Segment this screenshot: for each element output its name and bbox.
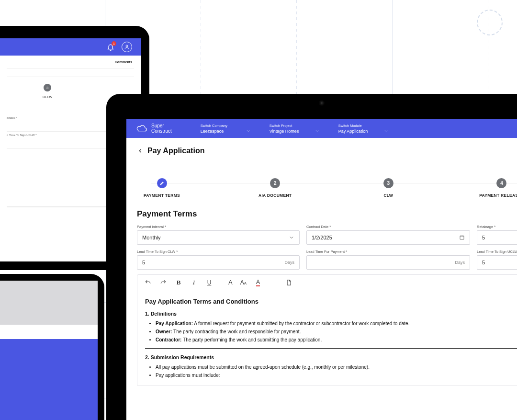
step-aia-document[interactable]: 2 AIA DOCUMENT [251, 178, 299, 198]
camera-dot [320, 101, 324, 105]
device-frame-2 [0, 274, 104, 420]
lead-uclw-label: Lead Time To Sign UCLW * [477, 250, 517, 254]
brand-name-2: Construct [151, 128, 172, 134]
step-num-3: 3 [383, 178, 393, 188]
device-frame-3: Super Construct Switch Company Leezaspac… [106, 94, 517, 420]
d1-step-label: UCLW [43, 95, 52, 99]
underline-icon[interactable]: U [205, 279, 213, 286]
tc-h-submission: 2. Submission Requirements [145, 354, 517, 360]
lead-clw-label: Lead Time To Sign CLW * [137, 250, 300, 254]
bold-icon[interactable]: B [175, 279, 182, 286]
switch-company-value: Leezaspace [201, 129, 224, 134]
retainage-label: Retainage * [477, 225, 517, 229]
calendar-icon [459, 235, 465, 240]
switch-project-label: Switch Project [270, 124, 322, 128]
switch-project-value: Vintage Homes [270, 129, 299, 134]
switch-project[interactable]: Switch Project Vintage Homes [270, 124, 322, 134]
section-title: Payment Terms [137, 209, 517, 219]
comments-tab[interactable]: Comments [7, 56, 134, 69]
list-item: Pay Application: A formal request for pa… [156, 320, 517, 327]
step-label-1: PAYMENT TERMS [144, 193, 180, 198]
retainage-input[interactable]: 5 [477, 230, 517, 245]
payment-interval-label: Payment interval * [137, 225, 300, 229]
field-lead-uclw: Lead Time To Sign UCLW * 5 [477, 250, 517, 270]
pencil-icon [159, 181, 165, 186]
step-payment-terms[interactable]: PAYMENT TERMS [138, 178, 186, 198]
tc-title: Pay Application Terms and Conditions [145, 298, 517, 305]
notification-badge: 1 [112, 41, 116, 46]
chevron-down-icon [246, 129, 250, 133]
field-lead-clw: Lead Time To Sign CLW * 5 Days [137, 250, 300, 270]
tc-definitions-list: Pay Application: A formal request for pa… [145, 320, 517, 343]
lead-payment-input[interactable]: Days [306, 255, 470, 270]
d2-panel-mid [0, 325, 98, 339]
chevron-down-icon [384, 129, 388, 133]
decorative-circle [477, 10, 503, 35]
step-label-3: CLW [383, 193, 393, 198]
step-clw[interactable]: 3 CLW [364, 178, 412, 198]
svg-point-0 [126, 45, 128, 47]
editor-content[interactable]: Pay Application Terms and Conditions 1. … [137, 290, 517, 386]
list-item: Owner: The party contracting the work an… [156, 329, 517, 335]
svg-rect-1 [460, 236, 464, 240]
step-label-2: AIA DOCUMENT [258, 193, 292, 198]
notification-bell-icon[interactable]: 1 [106, 43, 115, 51]
switch-module[interactable]: Switch Module Pay Application [338, 124, 391, 134]
field-retainage: Retainage * 5 [477, 225, 517, 245]
switch-module-value: Pay Application [338, 129, 368, 134]
d1-step-3: 3 UCLW [35, 84, 59, 99]
step-label-4: PAYMENT RELEASED [479, 193, 517, 198]
lead-clw-input[interactable]: 5 Days [137, 255, 300, 270]
switch-company[interactable]: Switch Company Leezaspace [201, 124, 253, 134]
switch-company-label: Switch Company [201, 124, 253, 128]
contract-date-input[interactable]: 1/2/2025 [306, 230, 470, 245]
payment-interval-select[interactable]: Monthly [137, 230, 300, 245]
field-payment-interval: Payment interval * Monthly [137, 225, 300, 245]
d2-panel-bottom [0, 339, 98, 420]
stepper: PAYMENT TERMS 2 AIA DOCUMENT 3 CLW 4 PAY… [137, 178, 517, 198]
divider [145, 348, 517, 349]
document-icon[interactable] [285, 279, 292, 286]
lead-uclw-input[interactable]: 5 [477, 255, 517, 270]
contract-date-label: Contract Date * [306, 225, 470, 229]
step-num-4: 4 [496, 178, 506, 188]
editor-toolbar: B I U A AA A 123 [137, 275, 517, 290]
switch-module-label: Switch Module [338, 124, 391, 128]
list-item: All pay applications must be submitted o… [156, 364, 517, 371]
avatar-icon[interactable] [122, 42, 132, 52]
step-payment-released[interactable]: 4 PAYMENT RELEASED [478, 178, 517, 198]
italic-icon[interactable]: I [190, 279, 198, 286]
rich-text-editor: B I U A AA A 123 Pay Application Terms a… [137, 274, 517, 386]
d1-header-bar: 1 [0, 38, 141, 56]
list-item: Pay applications must include: [156, 372, 517, 379]
field-lead-payment: Lead Time For Payment * Days [306, 250, 470, 270]
page-title: Pay Application [147, 147, 204, 155]
font-family-icon[interactable]: A [228, 279, 233, 286]
chevron-down-icon [289, 235, 294, 240]
chevron-left-icon[interactable] [137, 148, 144, 154]
brand-logo[interactable]: Super Construct [135, 123, 172, 134]
brand-name-1: Super [151, 123, 172, 128]
d1-step-number: 3 [44, 84, 51, 91]
font-size-icon[interactable]: AA [240, 279, 247, 286]
tc-h-definitions: 1. Definitions [145, 311, 517, 317]
step-num-2: 2 [270, 178, 280, 188]
app-header: Super Construct Switch Company Leezaspac… [126, 119, 517, 138]
lead-payment-suffix: Days [455, 260, 465, 265]
payment-interval-value: Monthly [142, 235, 161, 240]
d2-panel-top [0, 281, 98, 325]
list-item: Contractor: The party performing the wor… [156, 337, 517, 343]
contract-date-value: 1/2/2025 [312, 235, 332, 240]
lead-clw-suffix: Days [284, 260, 294, 265]
undo-icon[interactable] [144, 279, 152, 286]
tc-submission-list: All pay applications must be submitted o… [145, 364, 517, 379]
font-color-icon[interactable]: A [254, 279, 262, 286]
redo-icon[interactable] [159, 279, 167, 286]
lead-clw-value: 5 [142, 260, 145, 265]
lead-payment-label: Lead Time For Payment * [306, 250, 470, 254]
chevron-down-icon [315, 129, 319, 133]
retainage-value: 5 [482, 235, 485, 240]
field-contract-date: Contract Date * 1/2/2025 [306, 225, 470, 245]
lead-uclw-value: 5 [482, 260, 485, 265]
